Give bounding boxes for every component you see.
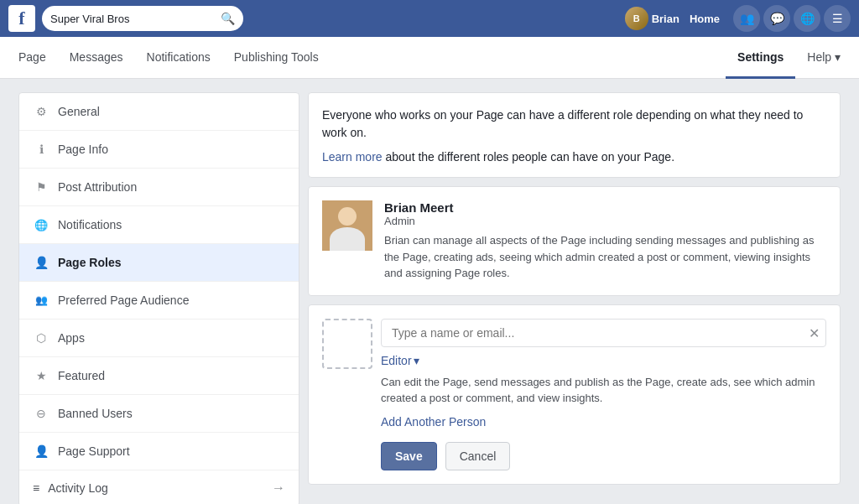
sidebar-item-page-support[interactable]: 👤 Page Support — [19, 433, 299, 470]
content-area: Everyone who works on your Page can have… — [308, 92, 841, 504]
nav-user[interactable]: B Brian — [625, 7, 679, 30]
admin-card: Brian Meert Admin Brian can manage all a… — [308, 186, 841, 296]
sidebar-item-post-attribution[interactable]: ⚑ Post Attribution — [19, 169, 299, 206]
admin-description: Brian can manage all aspects of the Page… — [384, 232, 826, 282]
sidebar-item-banned-users[interactable]: ⊖ Banned Users — [19, 395, 299, 433]
info-text: Everyone who works on your Page can have… — [322, 107, 826, 142]
role-selector[interactable]: Editor ▾ — [381, 354, 419, 367]
audience-icon: 👥 — [33, 292, 49, 309]
tab-messages[interactable]: Messages — [58, 37, 135, 79]
add-another-link[interactable]: Add Another Person — [381, 415, 826, 429]
sidebar-footer-activity-log[interactable]: ≡ Activity Log → — [19, 470, 299, 504]
learn-more-link[interactable]: Learn more — [322, 150, 385, 164]
apps-icon: ⬡ — [33, 330, 49, 346]
sidebar-item-preferred-audience[interactable]: 👥 Preferred Page Audience — [19, 282, 299, 320]
add-person-card: ✕ Editor ▾ Can edit the Page, send messa… — [308, 304, 841, 485]
sidebar-label-page-info: Page Info — [58, 143, 108, 156]
globe-icon[interactable]: 🌐 — [794, 5, 820, 32]
sidebar-item-page-info[interactable]: ℹ Page Info — [19, 131, 299, 169]
admin-role: Admin — [384, 215, 826, 227]
arrow-icon: → — [272, 481, 285, 496]
star-icon: ★ — [33, 367, 49, 384]
sidebar-item-page-roles[interactable]: 👤 Page Roles — [19, 244, 299, 282]
sidebar-label-page-roles: Page Roles — [58, 256, 121, 269]
sidebar-label-notifications: Notifications — [58, 218, 122, 231]
sidebar-label-post-attribution: Post Attribution — [58, 180, 137, 194]
person-icon: 👤 — [33, 254, 49, 271]
nav-home-link[interactable]: Home — [690, 13, 720, 25]
person-placeholder — [322, 319, 372, 369]
messages-icon[interactable]: 💬 — [763, 5, 790, 32]
sidebar-label-apps: Apps — [58, 331, 85, 345]
cancel-button[interactable]: Cancel — [445, 442, 511, 470]
sidebar-label-activity-log: Activity Log — [48, 481, 108, 495]
tab-notifications[interactable]: Notifications — [135, 37, 222, 79]
secondary-nav: Page Messages Notifications Publishing T… — [0, 37, 859, 79]
sidebar-item-featured[interactable]: ★ Featured — [19, 357, 299, 395]
close-button[interactable]: ✕ — [809, 325, 820, 340]
nav-user-name: Brian — [652, 13, 679, 25]
role-label: Editor — [381, 354, 412, 367]
role-description: Can edit the Page, send messages and pub… — [381, 374, 826, 407]
admin-name: Brian Meert — [384, 200, 826, 215]
info-card: Everyone who works on your Page can have… — [308, 92, 841, 178]
tab-settings[interactable]: Settings — [726, 37, 795, 79]
search-icon: 🔍 — [221, 12, 235, 25]
sidebar-item-apps[interactable]: ⬡ Apps — [19, 320, 299, 357]
admin-info: Brian Meert Admin Brian can manage all a… — [384, 200, 826, 282]
nav-avatar: B — [625, 7, 648, 30]
add-person-input[interactable] — [381, 319, 826, 347]
tab-page[interactable]: Page — [7, 37, 58, 79]
sidebar-label-preferred-audience: Preferred Page Audience — [58, 294, 189, 307]
fb-logo[interactable]: f — [8, 5, 35, 32]
dropdown-icon: ▾ — [414, 354, 419, 367]
learn-more-suffix: about the different roles people can hav… — [385, 150, 674, 164]
info-icon: ℹ — [33, 141, 49, 158]
list-icon: ≡ — [33, 481, 39, 495]
save-button[interactable]: Save — [381, 442, 437, 470]
friends-icon[interactable]: 👥 — [733, 5, 760, 32]
sidebar-label-general: General — [58, 105, 100, 118]
top-nav: f 🔍 B Brian Home 👥 💬 🌐 ☰ — [0, 0, 859, 37]
gear-icon: ⚙ — [33, 103, 49, 120]
sidebar-item-notifications[interactable]: 🌐 Notifications — [19, 206, 299, 244]
search-input[interactable] — [50, 13, 217, 25]
admin-avatar — [322, 200, 372, 251]
flag-icon: ⚑ — [33, 179, 49, 195]
sidebar-label-featured: Featured — [58, 369, 105, 382]
support-icon: 👤 — [33, 443, 49, 460]
menu-icon[interactable]: ☰ — [824, 5, 851, 32]
ban-icon: ⊖ — [33, 405, 49, 422]
tab-help[interactable]: Help ▾ — [795, 37, 852, 79]
sidebar-item-general[interactable]: ⚙ General — [19, 93, 299, 131]
globe-sidebar-icon: 🌐 — [33, 216, 49, 233]
sidebar-label-page-support: Page Support — [58, 444, 130, 458]
add-form: ✕ Editor ▾ Can edit the Page, send messa… — [381, 319, 826, 470]
sidebar: ⚙ General ℹ Page Info ⚑ Post Attribution… — [18, 92, 299, 504]
sidebar-label-banned-users: Banned Users — [58, 407, 133, 420]
search-bar[interactable]: 🔍 — [42, 6, 243, 31]
tab-publishing-tools[interactable]: Publishing Tools — [222, 37, 331, 79]
